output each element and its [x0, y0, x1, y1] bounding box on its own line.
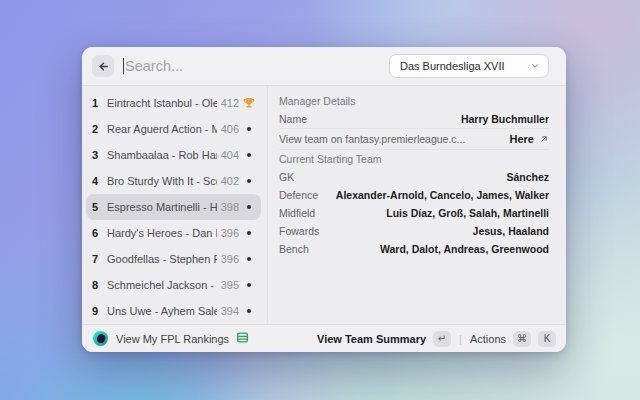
gk-row: GK Sánchez [279, 168, 549, 186]
midfield-label: Midfield [279, 207, 315, 219]
ranking-row-5-selected[interactable]: 5 Espresso Martinelli - Ha... 398 [86, 194, 261, 220]
dot-icon [239, 309, 259, 313]
league-dropdown-value: Das Burndesliga XVII [400, 60, 505, 72]
defence-label: Defence [279, 189, 318, 201]
team-score: 404 [221, 149, 239, 161]
name-value: Harry Buchmuller [461, 113, 549, 125]
ranking-row-3[interactable]: 3 Shambaalaa - Rob Hami... 404 [86, 142, 261, 168]
bench-row: Bench Ward, Dalot, Andreas, Greenwood [279, 240, 549, 258]
rank-number: 4 [92, 175, 105, 187]
top-bar: Das Burndesliga XVII [82, 47, 566, 86]
gk-value: Sánchez [506, 171, 549, 183]
back-button[interactable] [92, 55, 114, 77]
view-team-summary-button[interactable]: View Team Summary [317, 333, 426, 345]
team-score: 398 [221, 201, 239, 213]
team-title: Shambaalaa - Rob Hami... [107, 149, 217, 161]
defence-value: Alexander-Arnold, Cancelo, James, Walker [336, 189, 549, 201]
k-key-badge: K [538, 331, 556, 347]
rankings-list-icon [236, 330, 249, 348]
rank-number: 1 [92, 97, 105, 109]
dot-icon [239, 127, 259, 131]
arrow-up-right-icon [539, 130, 549, 148]
dot-icon [239, 257, 259, 261]
forwards-label: Fowards [279, 225, 319, 237]
footer-app-label: View My FPL Rankings [116, 333, 229, 345]
midfield-row: Midfield Luis Díaz, Groß, Salah, Martine… [279, 204, 549, 222]
dot-icon [239, 179, 259, 183]
footer-actions: View Team Summary ↵ | Actions ⌘ K [317, 331, 556, 347]
trophy-icon [239, 97, 259, 109]
rankings-list: 1 Eintracht Istanbul - Ole-... 412 2 Rea… [82, 86, 268, 324]
arrow-left-icon [97, 60, 110, 73]
forwards-value: Jesus, Haaland [473, 225, 549, 237]
team-title: Rear Aguerd Action - M... [107, 123, 217, 135]
midfield-value: Luis Díaz, Groß, Salah, Martinelli [386, 207, 549, 219]
cmd-key-badge: ⌘ [513, 331, 531, 347]
bench-value: Ward, Dalot, Andreas, Greenwood [380, 243, 549, 255]
here-link[interactable]: Here [510, 133, 534, 145]
manager-details-header: Manager Details [279, 92, 549, 110]
team-title: Hardy's Heroes - Dan H... [107, 227, 217, 239]
team-score: 412 [221, 97, 239, 109]
team-title: Espresso Martinelli - Ha... [107, 201, 217, 213]
actions-button[interactable]: Actions [470, 333, 506, 345]
team-score: 396 [221, 227, 239, 239]
rank-number: 3 [92, 149, 105, 161]
team-score: 406 [221, 123, 239, 135]
defence-row: Defence Alexander-Arnold, Cancelo, James… [279, 186, 549, 204]
enter-key-badge: ↵ [433, 331, 451, 347]
detail-pane: Manager Details Name Harry Buchmuller Vi… [268, 86, 566, 324]
team-score: 394 [221, 305, 239, 317]
rank-number: 6 [92, 227, 105, 239]
dot-icon [239, 153, 259, 157]
team-title: Goodfellas - Stephen Fi... [107, 253, 217, 265]
ranking-row-2[interactable]: 2 Rear Aguerd Action - M... 406 [86, 116, 261, 142]
launcher-window: Das Burndesliga XVII 1 Eintracht Istanbu… [82, 47, 566, 352]
rank-number: 8 [92, 279, 105, 291]
main-content: 1 Eintracht Istanbul - Ole-... 412 2 Rea… [82, 86, 566, 324]
rank-number: 2 [92, 123, 105, 135]
rank-number: 5 [92, 201, 105, 213]
view-team-link-row[interactable]: View team on fantasy.premierleague.c... … [279, 128, 549, 150]
gk-label: GK [279, 171, 294, 183]
footer-bar: View My FPL Rankings View Team Summary ↵… [82, 324, 566, 352]
ranking-row-6[interactable]: 6 Hardy's Heroes - Dan H... 396 [86, 220, 261, 246]
search-input[interactable] [125, 58, 325, 74]
name-label: Name [279, 113, 307, 125]
rank-number: 9 [92, 305, 105, 317]
fpl-app-icon [93, 331, 108, 346]
starting-team-header: Current Starting Team [279, 150, 549, 168]
dot-icon [239, 231, 259, 235]
name-row: Name Harry Buchmuller [279, 110, 549, 128]
team-score: 396 [221, 253, 239, 265]
view-team-label: View team on fantasy.premierleague.c... [279, 133, 465, 145]
bench-label: Bench [279, 243, 309, 255]
footer-divider: | [459, 333, 462, 345]
dot-icon [239, 283, 259, 287]
team-title: Schmeichel Jackson - T... [107, 279, 217, 291]
league-dropdown[interactable]: Das Burndesliga XVII [389, 54, 549, 78]
ranking-row-7[interactable]: 7 Goodfellas - Stephen Fi... 396 [86, 246, 261, 272]
team-score: 402 [221, 175, 239, 187]
ranking-row-1[interactable]: 1 Eintracht Istanbul - Ole-... 412 [86, 90, 261, 116]
ranking-row-8[interactable]: 8 Schmeichel Jackson - T... 395 [86, 272, 261, 298]
chevron-down-icon [530, 57, 540, 75]
dot-icon [239, 205, 259, 209]
team-title: Eintracht Istanbul - Ole-... [107, 97, 217, 109]
rank-number: 7 [92, 253, 105, 265]
forwards-row: Fowards Jesus, Haaland [279, 222, 549, 240]
team-score: 395 [221, 279, 239, 291]
text-caret [123, 58, 124, 74]
ranking-row-4[interactable]: 4 Bro Sturdy With It - Sco... 402 [86, 168, 261, 194]
ranking-row-9[interactable]: 9 Uns Uwe - Ayhem Saleh 394 [86, 298, 261, 324]
team-title: Bro Sturdy With It - Sco... [107, 175, 217, 187]
team-title: Uns Uwe - Ayhem Saleh [107, 305, 217, 317]
